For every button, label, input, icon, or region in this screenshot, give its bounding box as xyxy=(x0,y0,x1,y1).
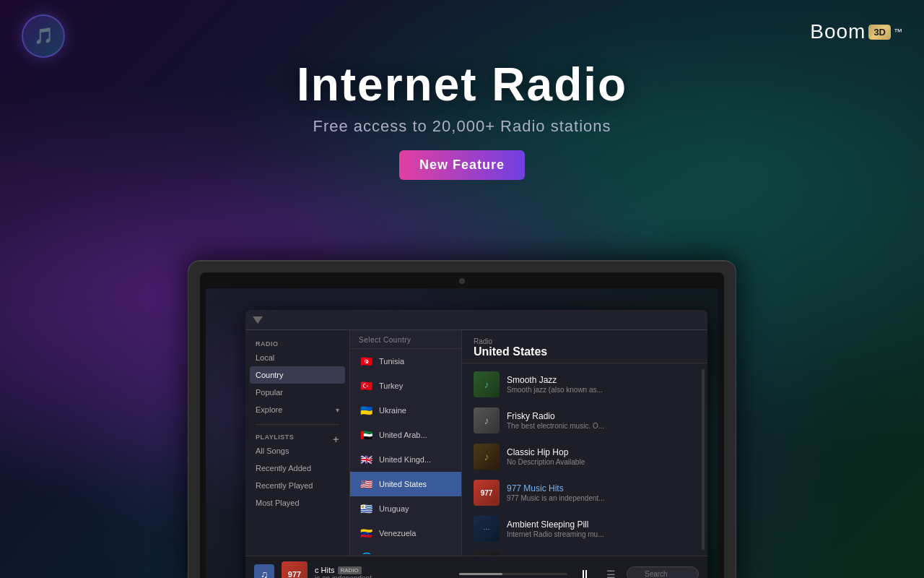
station-name-977: 977 Music Hits xyxy=(507,483,687,493)
country-item-venezuela[interactable]: 🇻🇪 Venezuela xyxy=(350,521,461,545)
station-thumb-smooth-jazz: ♪ xyxy=(474,371,500,397)
country-item-uae[interactable]: 🇦🇪 United Arab... xyxy=(350,423,461,447)
search-input[interactable] xyxy=(627,566,699,578)
flag-turkey: 🇹🇷 xyxy=(359,379,373,393)
scrollbar[interactable] xyxy=(702,369,705,550)
sidebar-item-all-songs[interactable]: All Songs xyxy=(245,442,333,460)
station-name-frisky: Frisky Radio xyxy=(507,411,687,421)
country-item-us[interactable]: 🇺🇸 United States xyxy=(350,472,461,496)
title-bar xyxy=(245,310,707,330)
flag-tunisia: 🇹🇳 xyxy=(359,354,373,368)
camera xyxy=(459,278,465,284)
app-window: Radio Local Country Popular Exp xyxy=(245,310,707,578)
brand-trademark: ™ xyxy=(894,27,902,37)
flag-venezuela: 🇻🇪 xyxy=(359,526,373,540)
laptop-body: Radio Local Country Popular Exp xyxy=(188,260,736,578)
station-name-ambient: Ambient Sleeping Pill xyxy=(507,519,687,530)
laptop-frame: Radio Local Country Popular Exp xyxy=(188,260,736,578)
sidebar-item-explore[interactable]: Explore ▾ xyxy=(245,401,349,418)
sidebar-item-recently-played[interactable]: Recently Played xyxy=(245,477,349,494)
play-pause-button[interactable]: ⏸ xyxy=(575,564,595,579)
chevron-down-icon: ▾ xyxy=(336,406,339,414)
station-thumb-977: 977 xyxy=(474,480,500,506)
station-name-hiphop: Classic Hip Hop xyxy=(507,447,687,457)
station-thumb-hiphop: ♪ xyxy=(474,444,500,470)
country-item-uruguay[interactable]: 🇺🇾 Uruguay xyxy=(350,496,461,521)
radio-stations-panel: Radio United States ♪ xyxy=(462,330,707,556)
station-info-977: 977 Music Hits 977 Music is an independe… xyxy=(507,483,687,502)
country-item-turkey[interactable]: 🇹🇷 Turkey xyxy=(350,374,461,398)
country-item-tunisia[interactable]: 🇹🇳 Tunisia xyxy=(350,349,461,374)
sidebar-divider xyxy=(256,424,339,425)
radio-header: Radio United States xyxy=(462,330,707,363)
station-item-frisky[interactable]: ♪ Frisky Radio The best electronic music… xyxy=(462,402,699,439)
laptop-screen: Radio Local Country Popular Exp xyxy=(206,288,718,578)
player-album-art: 977 xyxy=(282,561,308,579)
add-playlist-button[interactable]: + xyxy=(333,434,339,445)
logo-icon: 🎵 xyxy=(34,27,53,46)
station-thumb-ambient: ··· xyxy=(474,516,500,542)
hero-title: Internet Radio xyxy=(0,58,924,111)
player-bar: ♫ 977 c Hits RADIO is an independent xyxy=(245,556,707,578)
player-info: c Hits RADIO is an independent xyxy=(315,566,452,578)
sidebar-item-recently-added[interactable]: Recently Added xyxy=(245,460,349,477)
brand-area: Boom 3D ™ xyxy=(810,20,902,43)
sidebar-item-most-played[interactable]: Most Played xyxy=(245,494,349,512)
station-list: ♪ Smooth Jazz Smooth jazz (also known as… xyxy=(462,363,699,556)
new-feature-badge[interactable]: New Feature xyxy=(399,150,525,180)
station-item-bloomberg[interactable]: B WBBR Bloomberg Radio Bloomberg is the … xyxy=(462,547,699,556)
station-info-smooth-jazz: Smooth Jazz Smooth jazz (also known as..… xyxy=(507,375,687,394)
screen-bezel: Radio Local Country Popular Exp xyxy=(200,272,724,578)
sidebar-item-local[interactable]: Local xyxy=(245,349,349,366)
radio-label: Radio xyxy=(474,337,696,345)
country-item-uk[interactable]: 🇬🇧 United Kingd... xyxy=(350,447,461,472)
station-item-smooth-jazz[interactable]: ♪ Smooth Jazz Smooth jazz (also known as… xyxy=(462,366,699,402)
player-radio-badge: RADIO xyxy=(338,566,362,574)
hero-section: Internet Radio Free access to 20,000+ Ra… xyxy=(0,58,924,180)
player-progress-bar[interactable] xyxy=(459,573,567,575)
flag-us: 🇺🇸 xyxy=(359,477,373,491)
music-icon: ♫ xyxy=(261,569,269,579)
sidebar-section-playlists: Playlists + xyxy=(245,431,349,442)
player-artist: is an independent xyxy=(315,574,452,578)
country-item-ukraine[interactable]: 🇺🇦 Ukraine xyxy=(350,398,461,423)
station-desc-977: 977 Music is an independent... xyxy=(507,494,687,502)
station-info-hiphop: Classic Hip Hop No Description Available xyxy=(507,447,687,466)
search-wrap: 🔍 xyxy=(627,566,699,578)
station-name-smooth-jazz: Smooth Jazz xyxy=(507,375,687,385)
queue-button[interactable]: ☰ xyxy=(602,566,619,579)
station-desc-smooth-jazz: Smooth jazz (also known as... xyxy=(507,386,687,394)
sidebar-section-radio: Radio xyxy=(245,337,349,349)
station-info-ambient: Ambient Sleeping Pill Internet Radio str… xyxy=(507,519,687,538)
station-item-977[interactable]: 977 977 Music Hits 977 Music is an indep… xyxy=(462,475,699,511)
sidebar: Radio Local Country Popular Exp xyxy=(245,330,350,556)
sidebar-item-country[interactable]: Country xyxy=(250,366,345,384)
station-item-ambient[interactable]: ··· Ambient Sleeping Pill Internet Radio… xyxy=(462,511,699,547)
radio-country: United States xyxy=(474,345,696,358)
sidebar-item-popular[interactable]: Popular xyxy=(245,384,349,401)
flag-ukraine: 🇺🇦 xyxy=(359,403,373,418)
brand-name: Boom xyxy=(810,20,866,43)
hero-subtitle: Free access to 20,000+ Radio stations xyxy=(0,117,924,136)
country-item-world[interactable]: 🌐 World xyxy=(350,545,461,554)
brand-suffix: 3D xyxy=(868,25,891,40)
station-desc-ambient: Internet Radio streaming mu... xyxy=(507,530,687,538)
country-list: 🇹🇳 Tunisia 🇹🇷 Turkey 🇺🇦 Ukraine xyxy=(350,349,461,554)
flag-uk: 🇬🇧 xyxy=(359,452,373,467)
flag-uruguay: 🇺🇾 xyxy=(359,501,373,516)
station-desc-hiphop: No Description Available xyxy=(507,458,687,466)
player-app-icon: ♫ xyxy=(254,564,274,579)
country-panel: Select Country 🇹🇳 Tunisia 🇹🇷 Turkey xyxy=(350,330,462,556)
flag-world: 🌐 xyxy=(359,551,373,554)
station-thumb-frisky: ♪ xyxy=(474,407,500,434)
player-track: c Hits xyxy=(315,566,335,574)
app-body: Radio Local Country Popular Exp xyxy=(245,330,707,556)
app-logo[interactable]: 🎵 xyxy=(22,14,65,58)
menu-triangle-icon[interactable] xyxy=(253,316,263,324)
station-item-hiphop[interactable]: ♪ Classic Hip Hop No Description Availab… xyxy=(462,439,699,475)
station-desc-frisky: The best electronic music. O... xyxy=(507,422,687,430)
country-panel-header: Select Country xyxy=(350,330,461,349)
station-info-frisky: Frisky Radio The best electronic music. … xyxy=(507,411,687,430)
player-progress-fill xyxy=(459,573,502,575)
flag-uae: 🇦🇪 xyxy=(359,428,373,442)
